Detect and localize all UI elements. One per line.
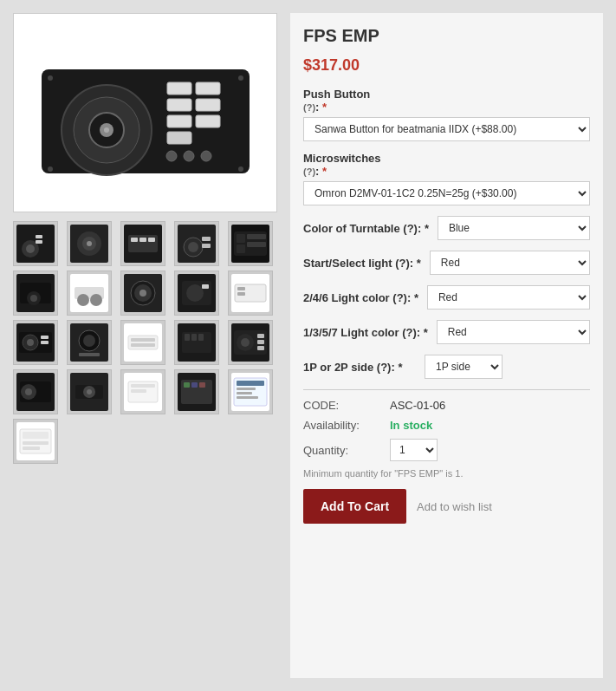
thumbnail-21[interactable] xyxy=(13,419,58,464)
light-1357-help[interactable]: (?) xyxy=(402,326,417,339)
thumbnail-18[interactable] xyxy=(120,369,165,414)
microswitches-option: Microswitches (?): * Omron D2MV-01-1C2 0… xyxy=(303,152,590,205)
light-246-help[interactable]: (?) xyxy=(392,291,407,304)
svg-rect-113 xyxy=(237,396,258,399)
svg-rect-31 xyxy=(131,238,138,242)
push-button-option: Push Button (?): * Sanwa Button for beat… xyxy=(303,88,590,141)
svg-point-16 xyxy=(48,75,53,81)
svg-point-14 xyxy=(184,151,194,161)
svg-rect-6 xyxy=(167,82,191,95)
light-246-option: 2/4/6 Light color (?): * Red Blue Green … xyxy=(303,285,590,310)
svg-point-73 xyxy=(83,335,95,347)
turntable-color-label: Color of Turntable (?): * xyxy=(303,222,429,235)
availability-value: In stock xyxy=(390,419,432,432)
microswitches-help[interactable]: (?) xyxy=(303,166,315,177)
svg-point-28 xyxy=(87,241,92,246)
svg-point-51 xyxy=(77,294,89,306)
thumbnail-grid xyxy=(13,221,277,464)
thumbnail-2[interactable] xyxy=(67,221,112,266)
thumbnail-3[interactable] xyxy=(120,221,165,266)
thumbnail-15[interactable] xyxy=(228,320,273,365)
svg-rect-88 xyxy=(257,334,264,338)
svg-rect-24 xyxy=(36,240,42,244)
svg-point-98 xyxy=(87,389,92,394)
thumbnail-7[interactable] xyxy=(67,271,112,316)
thumbnail-13[interactable] xyxy=(120,320,165,365)
product-price: $317.00 xyxy=(303,56,590,75)
add-to-cart-button[interactable]: Add To Cart xyxy=(303,489,406,524)
availability-row: Availability: In stock xyxy=(303,419,590,432)
thumbnail-1[interactable] xyxy=(13,221,58,266)
push-button-select[interactable]: Sanwa Button for beatmania IIDX (+$88.00… xyxy=(303,117,590,141)
side-help[interactable]: (?) xyxy=(377,361,392,374)
svg-rect-60 xyxy=(202,284,209,289)
thumbnail-20[interactable] xyxy=(228,369,273,414)
svg-point-36 xyxy=(188,242,198,252)
svg-rect-9 xyxy=(196,99,220,111)
turntable-color-select[interactable]: Blue Black White Red xyxy=(438,216,590,240)
quantity-label: Quantity: xyxy=(303,444,390,457)
push-button-label: Push Button (?): * xyxy=(303,88,590,114)
svg-rect-77 xyxy=(131,338,155,342)
svg-point-56 xyxy=(139,290,146,297)
thumbnail-8[interactable] xyxy=(120,271,165,316)
light-1357-option: 1/3/5/7 Light color (?): * Red Blue Gree… xyxy=(303,320,590,344)
svg-rect-7 xyxy=(196,82,220,95)
svg-rect-110 xyxy=(237,381,264,386)
svg-rect-44 xyxy=(247,242,266,247)
code-label: CODE: xyxy=(303,399,390,412)
quantity-select[interactable]: 1 2 3 4 5 xyxy=(390,439,438,461)
light-246-select[interactable]: Red Blue Green White xyxy=(427,285,590,310)
divider-1 xyxy=(303,389,590,390)
start-select-help[interactable]: (?) xyxy=(395,257,410,270)
svg-point-17 xyxy=(238,75,243,81)
svg-rect-76 xyxy=(128,336,158,349)
thumbnail-12[interactable] xyxy=(67,320,112,365)
thumbnail-17[interactable] xyxy=(67,369,112,414)
svg-rect-101 xyxy=(131,384,155,388)
thumbnail-19[interactable] xyxy=(174,369,219,414)
thumbnail-10[interactable] xyxy=(228,271,273,316)
svg-rect-32 xyxy=(139,238,146,242)
svg-rect-82 xyxy=(191,334,197,341)
thumbnail-5[interactable] xyxy=(228,221,273,266)
add-wish-list-button[interactable]: Add to wish list xyxy=(417,500,492,513)
start-select-light-label: Start/Select light (?): * xyxy=(303,257,421,270)
side-select[interactable]: 1P side 2P side xyxy=(425,355,503,379)
svg-rect-106 xyxy=(191,382,198,388)
light-1357-label: 1/3/5/7 Light color (?): * xyxy=(303,326,428,339)
svg-point-22 xyxy=(26,244,35,253)
svg-rect-102 xyxy=(131,389,146,393)
svg-rect-111 xyxy=(237,388,256,390)
light-246-label: 2/4/6 Light color (?): * xyxy=(303,291,418,304)
microswitches-select[interactable]: Omron D2MV-01-1C2 0.25N=25g (+$30.00) xyxy=(303,181,590,205)
start-select-light-select[interactable]: Red Blue Green White xyxy=(430,251,590,275)
svg-rect-12 xyxy=(167,132,191,144)
turntable-color-option: Color of Turntable (?): * Blue Black Whi… xyxy=(303,216,590,240)
side-option: 1P or 2P side (?): * 1P side 2P side xyxy=(303,355,590,379)
svg-point-48 xyxy=(30,295,37,302)
thumbnail-16[interactable] xyxy=(13,369,58,414)
action-row: Add To Cart Add to wish list xyxy=(303,489,590,524)
main-product-image[interactable] xyxy=(13,13,277,212)
thumbnail-6[interactable] xyxy=(13,271,58,316)
thumbnail-14[interactable] xyxy=(174,320,219,365)
thumbnail-4[interactable] xyxy=(174,221,219,266)
svg-rect-78 xyxy=(131,343,155,347)
light-1357-select[interactable]: Red Blue Green White xyxy=(437,320,590,344)
thumbnail-9[interactable] xyxy=(174,271,219,316)
push-button-help[interactable]: (?) xyxy=(303,102,315,113)
availability-label: Availability: xyxy=(303,419,390,432)
turntable-help[interactable]: (?) xyxy=(403,222,418,235)
svg-rect-10 xyxy=(167,115,191,127)
svg-rect-89 xyxy=(257,340,264,344)
svg-rect-112 xyxy=(237,392,252,394)
thumbnail-11[interactable] xyxy=(13,320,58,365)
svg-rect-23 xyxy=(36,235,42,238)
svg-point-52 xyxy=(90,294,102,306)
svg-rect-83 xyxy=(198,334,204,341)
svg-rect-81 xyxy=(185,334,190,341)
svg-rect-11 xyxy=(196,115,220,127)
svg-point-68 xyxy=(27,339,34,346)
svg-rect-38 xyxy=(202,244,211,248)
